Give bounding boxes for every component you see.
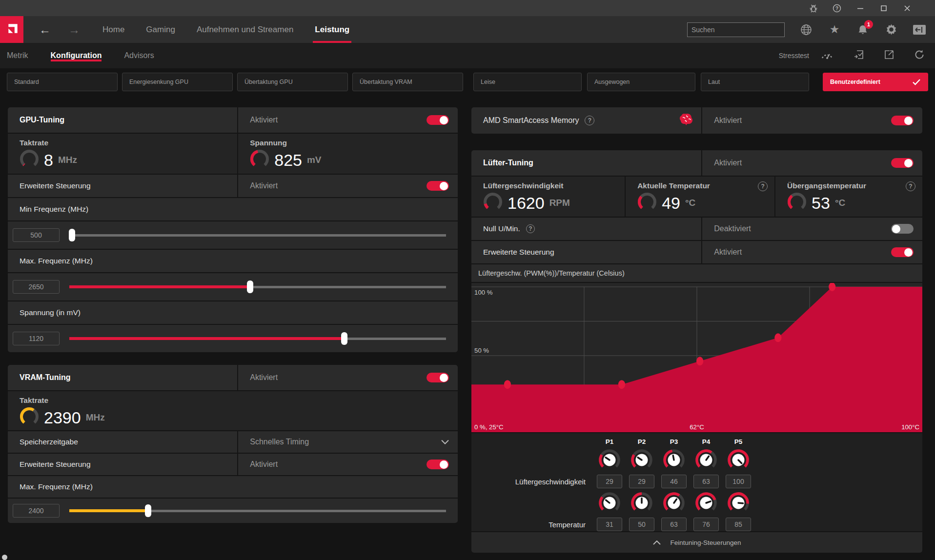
vram-advanced-toggle[interactable] <box>427 460 449 469</box>
slider-handle[interactable] <box>247 280 253 293</box>
fan-advanced-toggle[interactable] <box>891 247 914 257</box>
settings-gear-icon[interactable] <box>884 23 898 37</box>
subtab-konfiguration[interactable]: Konfiguration <box>51 43 102 68</box>
fan-speed-input-p3[interactable] <box>661 475 687 488</box>
temperature-knob-p2[interactable] <box>630 491 653 515</box>
voltage-input[interactable] <box>13 332 60 345</box>
amd-logo[interactable] <box>0 16 23 43</box>
temperature-knob-p3[interactable] <box>662 491 686 515</box>
tuning-report-icon[interactable] <box>853 49 865 62</box>
preset-leise[interactable]: Leise <box>473 73 582 91</box>
curve-point-p3[interactable] <box>696 357 703 365</box>
chevron-down-icon <box>441 438 449 446</box>
curve-point-p1[interactable] <box>504 380 511 389</box>
gpu-advanced-label: Erweiterte Steuerung <box>20 181 91 190</box>
preset-energiesenkung-gpu[interactable]: Energiesenkung GPU <box>122 73 233 91</box>
preset-ausgewogen[interactable]: Ausgewogen <box>587 73 695 91</box>
memory-timing-dropdown[interactable]: Schnelles Timing <box>238 431 458 453</box>
temperature-knob-p5[interactable] <box>727 491 750 515</box>
fan-speed-input-p5[interactable] <box>726 475 751 488</box>
slider-handle[interactable] <box>145 504 151 517</box>
nav-item-home[interactable]: Home <box>102 16 124 43</box>
slider-handle[interactable] <box>341 332 347 345</box>
vram-clock-value: 2390 <box>44 408 81 427</box>
curve-point-p2[interactable] <box>618 380 625 389</box>
forward-arrow[interactable]: → <box>68 23 80 37</box>
vram-max-frequency-slider[interactable] <box>69 504 446 518</box>
slider-handle[interactable] <box>69 229 75 241</box>
temperature-input-p5[interactable] <box>726 518 751 531</box>
current-temp-help-icon[interactable]: ? <box>758 181 768 191</box>
performance-subnav: MetrikKonfigurationAdvisors Stresstest <box>0 43 935 68</box>
vram-clock-label: Taktrate <box>20 396 458 405</box>
preset-laut[interactable]: Laut <box>701 73 809 91</box>
nav-item-gaming[interactable]: Gaming <box>146 16 175 43</box>
share-export-icon[interactable] <box>883 49 895 62</box>
gpu-tuning-toggle[interactable] <box>427 115 449 125</box>
vram-max-frequency-label: Max. Frequenz (MHz) <box>20 482 93 491</box>
sam-help-icon[interactable]: ? <box>585 116 594 125</box>
subtab-advisors[interactable]: Advisors <box>124 43 154 68</box>
main-navbar: ← → HomeGamingAufnehmen und StreamenLeis… <box>0 16 935 43</box>
smartaccess-memory-panel: AMD SmartAccess Memory ? Aktiviert <box>471 107 922 134</box>
preset-benutzerdefiniert[interactable]: Benutzerdefiniert <box>823 73 928 91</box>
fan-speed-knob-p1[interactable] <box>598 448 621 472</box>
svg-text:?: ? <box>835 6 838 11</box>
subtab-metrik[interactable]: Metrik <box>7 43 28 68</box>
fan-speed-input-p2[interactable] <box>629 475 654 488</box>
maximize-button[interactable] <box>878 3 889 14</box>
fan-speed-knob-p5[interactable] <box>727 448 750 472</box>
temperature-input-p1[interactable] <box>597 518 622 531</box>
reset-history-icon[interactable] <box>914 49 925 62</box>
fan-speed-knob-p2[interactable] <box>630 448 653 472</box>
max-frequency-slider[interactable] <box>69 280 446 294</box>
help-icon[interactable]: ? <box>832 3 842 14</box>
fine-tuning-collapse[interactable]: Feintuning-Steuerungen <box>471 532 922 553</box>
temperature-knob-p1[interactable] <box>598 491 621 515</box>
preset-uebertaktung-gpu[interactable]: Übertaktung GPU <box>237 73 348 91</box>
nav-item-aufnehmen-und-streamen[interactable]: Aufnehmen und Streamen <box>197 16 293 43</box>
preset-uebertaktung-vram[interactable]: Übertaktung VRAM <box>352 73 463 91</box>
fan-tuning-panel: Lüfter-Tuning Aktiviert Lüftergeschwindi… <box>471 150 922 553</box>
back-arrow[interactable]: ← <box>39 23 51 37</box>
gpu-advanced-toggle[interactable] <box>427 181 449 191</box>
minimize-button[interactable] <box>855 3 866 14</box>
bug-report-icon[interactable] <box>808 3 819 14</box>
nav-item-leistung[interactable]: Leistung <box>315 16 349 43</box>
notifications-bell-icon[interactable]: 1 <box>856 23 870 37</box>
fan-speed-knob-p3[interactable] <box>662 448 686 472</box>
close-button[interactable] <box>902 3 913 14</box>
zero-rpm-toggle[interactable] <box>891 224 914 234</box>
search-box[interactable] <box>687 22 785 37</box>
stresstest-gauge-icon[interactable] <box>820 49 834 62</box>
sam-toggle[interactable] <box>891 116 914 125</box>
zero-rpm-help-icon[interactable]: ? <box>526 224 535 233</box>
fan-speed-input-p4[interactable] <box>693 475 719 488</box>
gpu-voltage-value: 825 <box>274 151 302 170</box>
curve-point-p4[interactable] <box>774 333 781 342</box>
junction-temp-gauge-icon <box>787 192 807 214</box>
vram-tuning-toggle[interactable] <box>427 373 449 382</box>
vram-max-frequency-input[interactable] <box>13 504 60 518</box>
min-frequency-input[interactable] <box>13 228 60 242</box>
temperature-input-p3[interactable] <box>661 518 687 531</box>
preset-standard[interactable]: Standard <box>7 73 118 91</box>
voltage-slider[interactable] <box>69 332 446 345</box>
fan-speed-row-label: Lüftergeschwindigkeit <box>471 478 593 486</box>
temperature-input-p4[interactable] <box>693 518 719 531</box>
globe-icon[interactable] <box>799 23 813 37</box>
favorites-star-icon[interactable]: ★ <box>828 23 841 37</box>
fan-speed-input-p1[interactable] <box>597 475 622 488</box>
min-frequency-slider[interactable] <box>69 228 446 242</box>
search-icon <box>780 25 780 35</box>
fan-tuning-toggle[interactable] <box>891 158 914 168</box>
temperature-input-p2[interactable] <box>629 518 654 531</box>
temperature-knob-p4[interactable] <box>694 491 718 515</box>
brain-icon <box>679 113 694 128</box>
search-input[interactable] <box>691 26 780 34</box>
collapse-panel-icon[interactable] <box>913 23 926 37</box>
fan-speed-knob-p4[interactable] <box>694 448 718 472</box>
fan-curve-chart[interactable]: 100 %50 %0 %, 25°C62°C100°C <box>471 283 922 432</box>
junction-temp-help-icon[interactable]: ? <box>906 181 915 191</box>
max-frequency-input[interactable] <box>13 280 60 294</box>
